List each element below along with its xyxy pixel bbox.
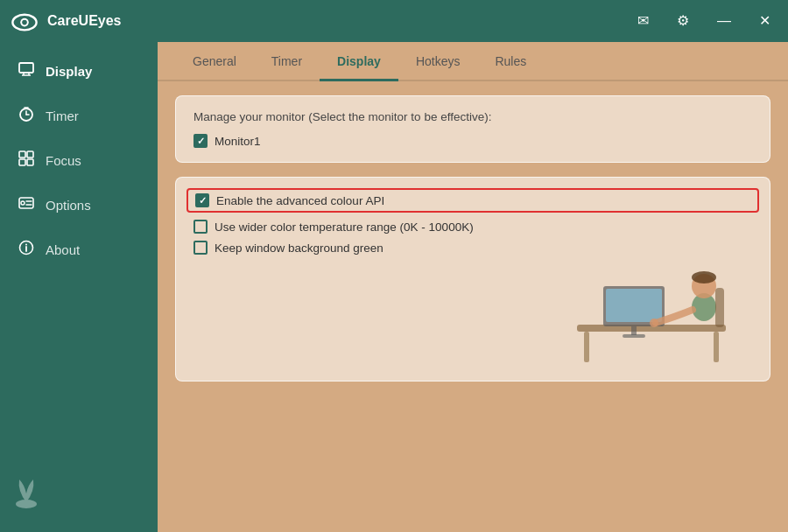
timer-icon — [18, 106, 35, 126]
tab-rules[interactable]: Rules — [477, 42, 544, 81]
svg-point-21 — [25, 244, 27, 246]
svg-rect-34 — [715, 288, 724, 327]
tab-hotkeys[interactable]: Hotkeys — [398, 42, 478, 81]
tab-display[interactable]: Display — [320, 42, 398, 81]
svg-rect-14 — [27, 159, 33, 165]
wider-temp-row: Use wider color temperature range (0K - … — [193, 220, 752, 234]
titlebar-left: CareUEyes — [11, 7, 122, 35]
monitor-card: Manage your monitor (Select the monitor … — [175, 95, 770, 163]
desk-illustration — [551, 253, 743, 367]
sidebar-item-display[interactable]: Display — [0, 49, 158, 94]
sidebar-item-options[interactable]: Options — [0, 183, 158, 228]
content-area: General Timer Display Hotkeys Rules Mana… — [158, 42, 788, 532]
titlebar: CareUEyes ✉ ⚙ — ✕ — [0, 0, 788, 42]
keep-green-label: Keep window background green — [215, 242, 383, 255]
svg-point-32 — [692, 271, 716, 284]
tab-timer[interactable]: Timer — [254, 42, 320, 81]
sidebar-item-label-about: About — [46, 242, 80, 257]
tabs-bar: General Timer Display Hotkeys Rules — [158, 42, 788, 81]
main-layout: Display Timer — [0, 42, 788, 532]
advanced-colour-row: Enable the advanced colour API — [186, 188, 759, 213]
options-card: Enable the advanced colour API Use wider… — [175, 177, 770, 382]
svg-rect-11 — [19, 151, 25, 158]
mail-button[interactable]: ✉ — [630, 10, 656, 32]
sidebar-bottom — [0, 452, 158, 525]
display-icon — [18, 61, 35, 81]
sidebar: Display Timer — [0, 42, 158, 532]
wider-temp-label: Use wider color temperature range (0K - … — [215, 220, 474, 234]
svg-point-16 — [21, 201, 25, 205]
minimize-button[interactable]: — — [710, 10, 738, 32]
advanced-colour-label: Enable the advanced colour API — [216, 194, 384, 207]
svg-rect-27 — [606, 289, 662, 322]
svg-rect-29 — [623, 334, 645, 338]
svg-rect-3 — [19, 63, 33, 73]
app-logo — [11, 7, 39, 35]
tab-general[interactable]: General — [175, 42, 254, 81]
titlebar-right: ✉ ⚙ — ✕ — [630, 10, 777, 32]
svg-rect-25 — [714, 332, 719, 362]
sidebar-item-label-display: Display — [46, 64, 92, 79]
close-button[interactable]: ✕ — [752, 10, 777, 32]
svg-rect-24 — [584, 332, 589, 362]
wider-temp-checkbox[interactable] — [193, 220, 208, 234]
svg-rect-12 — [27, 151, 33, 158]
content-panels: Manage your monitor (Select the monitor … — [158, 95, 788, 532]
sidebar-item-about[interactable]: About — [0, 228, 158, 272]
keep-green-checkbox[interactable] — [193, 241, 208, 255]
decorative-plant — [0, 460, 53, 513]
sidebar-item-focus[interactable]: Focus — [0, 138, 158, 183]
sidebar-item-label-timer: Timer — [46, 108, 79, 123]
sidebar-item-label-options: Options — [46, 198, 91, 213]
svg-rect-13 — [19, 159, 25, 165]
settings-button[interactable]: ⚙ — [670, 10, 696, 32]
monitor1-label: Monitor1 — [215, 135, 261, 148]
sidebar-item-timer[interactable]: Timer — [0, 94, 158, 138]
options-icon — [18, 195, 35, 215]
monitor1-checkbox[interactable] — [193, 134, 208, 148]
svg-rect-28 — [631, 326, 637, 335]
monitor1-row: Monitor1 — [193, 134, 752, 148]
focus-icon — [18, 150, 35, 171]
monitor-card-description: Manage your monitor (Select the monitor … — [193, 110, 752, 123]
advanced-colour-checkbox[interactable] — [195, 193, 209, 207]
svg-point-2 — [22, 20, 27, 25]
app-title: CareUEyes — [47, 13, 122, 29]
illustration-area — [193, 262, 752, 367]
svg-point-33 — [650, 318, 658, 327]
sidebar-item-label-focus: Focus — [46, 153, 81, 168]
about-icon — [18, 240, 35, 260]
